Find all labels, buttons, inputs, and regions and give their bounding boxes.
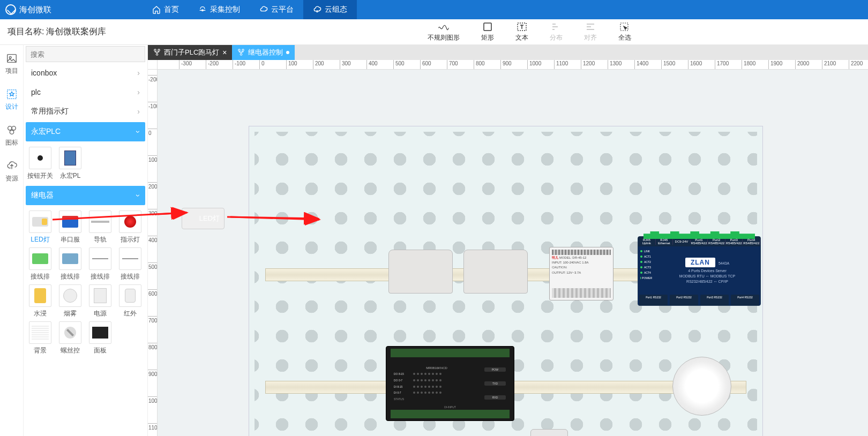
search-input[interactable]	[26, 46, 145, 62]
comp-rail-label: 导轨	[94, 235, 107, 244]
title-row: 项目名称: 海创微联案例库 不规则图形 矩形 文本 分布 对齐 全选	[0, 19, 868, 45]
ctrl-bottom-label: DI-INPUT	[444, 405, 456, 409]
comp-terminal2[interactable]: 接线排	[57, 247, 84, 281]
svg-point-11	[154, 49, 156, 51]
comp-screw-label: 螺丝控	[61, 346, 80, 355]
comp-led[interactable]: LED灯	[27, 211, 54, 244]
comp-terminal4[interactable]: 接线排	[117, 247, 144, 281]
ruler-corner	[148, 60, 158, 70]
group-relay-grid: LED灯 串口服 导轨 指示灯 接线排 接线排 接线排 接线排 水浸 烟雾 电源…	[26, 206, 145, 359]
tool-rect[interactable]: 矩形	[481, 22, 494, 42]
strip-resource-label: 资源	[5, 174, 18, 183]
picture-icon	[6, 52, 18, 64]
close-icon[interactable]: ×	[222, 49, 227, 56]
comp-serial[interactable]: 串口服	[57, 211, 84, 244]
nav-cloud-config[interactable]: 云组态	[303, 0, 357, 19]
tool-text[interactable]: 文本	[515, 22, 528, 42]
unsaved-dot-icon	[286, 51, 289, 54]
device-io-controller[interactable]: MR0816KNCDDO 8-15DO 0-7DI 8-15DI 0-7STAT…	[386, 346, 514, 421]
strip-icon-label: 图标	[5, 138, 18, 147]
group-relay[interactable]: 继电器 ›	[26, 186, 145, 205]
pegboard[interactable]: 明儿 MODEL: DR-45-12 INPUT: 100-240VAC 1.8…	[249, 126, 763, 436]
device-power-supply[interactable]: 明儿 MODEL: DR-45-12 INPUT: 100-240VAC 1.8…	[549, 247, 613, 300]
star-icon	[6, 88, 18, 100]
strip-icon[interactable]: 图标	[5, 124, 18, 147]
comp-led-label: LED灯	[31, 235, 49, 244]
flow-icon	[153, 49, 161, 56]
svg-point-10	[10, 130, 13, 134]
strip-project[interactable]: 项目	[5, 52, 18, 76]
comp-lamp[interactable]: 指示灯	[117, 211, 144, 244]
align-icon	[585, 22, 596, 32]
psu-output: OUTPUT: 12V⎓3.7A	[552, 271, 611, 275]
tool-irregular[interactable]: 不规则图形	[428, 22, 460, 42]
svg-point-12	[158, 49, 160, 51]
upload-icon	[6, 160, 18, 172]
distribute-icon	[550, 22, 562, 32]
psu-brand: 明儿	[552, 256, 558, 259]
group-indicator[interactable]: 常用指示灯 ›	[26, 102, 145, 121]
group-iconbox[interactable]: iconbox ›	[26, 63, 145, 82]
group-yonghong[interactable]: 永宏PLC ›	[26, 122, 145, 141]
nav-cloud-platform-label: 云平台	[271, 5, 294, 14]
project-label: 项目名称:	[8, 26, 44, 37]
nav-collect-label: 采集控制	[210, 5, 240, 14]
panel-scroll[interactable]: iconbox › plc › 常用指示灯 › 永宏PLC › 按钮开关 永宏P…	[24, 63, 147, 436]
strip-project-label: 项目	[5, 66, 18, 76]
comp-panel[interactable]: 面板	[87, 321, 114, 355]
strip-resource[interactable]: 资源	[5, 160, 18, 183]
irregular-icon	[438, 22, 450, 32]
comp-btn-switch-label: 按钮开关	[27, 171, 53, 181]
rect-icon	[482, 22, 493, 32]
brand-icon	[5, 4, 16, 15]
strip-design[interactable]: 设计	[5, 88, 18, 111]
svg-point-16	[241, 54, 243, 56]
tool-irregular-label: 不规则图形	[428, 33, 460, 42]
group-relay-label: 继电器	[31, 191, 54, 200]
comp-ir-label: 红外	[124, 309, 137, 318]
tool-align-label: 对齐	[584, 33, 597, 42]
device-pir-sensor[interactable]	[530, 429, 568, 436]
comp-bg[interactable]: 背景	[27, 321, 54, 355]
comp-terminal2-label: 接线排	[61, 272, 80, 281]
tool-select-all[interactable]: 全选	[618, 22, 631, 42]
group-plc[interactable]: plc ›	[26, 82, 145, 102]
comp-power-label: 电源	[94, 309, 107, 318]
chevron-right-icon: ›	[137, 69, 140, 77]
chevron-right-icon: ›	[137, 107, 140, 116]
select-all-icon	[619, 22, 631, 32]
search-box	[26, 46, 145, 62]
comp-water[interactable]: 水浸	[27, 284, 54, 318]
comp-smoke[interactable]: 烟雾	[57, 284, 84, 318]
comp-power[interactable]: 电源	[87, 284, 114, 318]
comp-terminal3[interactable]: 接线排	[87, 247, 114, 281]
brand-label: 海创微联	[19, 5, 51, 15]
top-nav: 海创微联 首页 采集控制 云平台 云组态	[0, 0, 868, 19]
chevron-right-icon: ›	[137, 88, 140, 96]
tabs: 西门子PLC跑马灯 × 继电器控制	[148, 45, 868, 60]
device-enclosure-1[interactable]	[388, 250, 453, 294]
nav-home[interactable]: 首页	[143, 0, 189, 19]
nav-home-label: 首页	[164, 5, 179, 14]
tab-relay[interactable]: 继电器控制	[232, 45, 295, 60]
nav-cloud-platform[interactable]: 云平台	[250, 0, 303, 19]
device-zlan-server[interactable]: RJ45 UplinkRJ45 EthernetDC9-24VPort1 RS4…	[638, 236, 761, 306]
comp-yonghong-pl[interactable]: 永宏PL	[57, 147, 84, 181]
tool-text-label: 文本	[515, 33, 528, 42]
comp-btn-switch[interactable]: 按钮开关	[27, 147, 54, 181]
tab-siemens[interactable]: 西门子PLC跑马灯 ×	[148, 45, 232, 60]
device-led-ghost[interactable]: LED灯	[182, 208, 225, 229]
ruler-horizontal: -300-200-1000100200300400500600700800900…	[158, 60, 868, 70]
brand: 海创微联	[5, 4, 51, 15]
comp-ir[interactable]: 红外	[117, 284, 144, 318]
nav-collect[interactable]: 采集控制	[189, 0, 250, 19]
comp-terminal1[interactable]: 接线排	[27, 247, 54, 281]
device-enclosure-2[interactable]	[463, 250, 528, 294]
ruler-vertical: -200-10001002003004005006007008009001000…	[148, 70, 158, 436]
comp-rail[interactable]: 导轨	[87, 211, 114, 244]
device-smoke-detector[interactable]	[672, 357, 731, 416]
canvas-stage[interactable]: LED灯 明儿 MODEL: DR-45-12 INPUT: 100-240VA…	[158, 70, 868, 436]
chevron-down-icon: ›	[134, 131, 143, 133]
comp-screw[interactable]: 螺丝控	[57, 321, 84, 355]
comp-smoke-label: 烟雾	[64, 309, 77, 318]
